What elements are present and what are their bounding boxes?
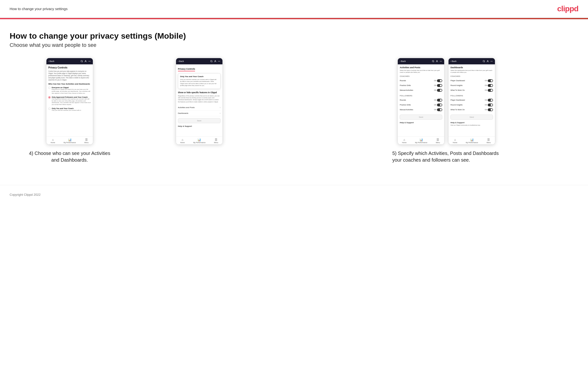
phone-body-4: Dashboards Select the dashboards that yo… xyxy=(449,64,495,136)
back-button-1[interactable]: ‹ Back xyxy=(48,60,54,62)
performance-icon: 📊 xyxy=(68,138,72,142)
toggle-rounds-coaches[interactable]: Rounds ON xyxy=(400,78,442,83)
person-icon-4[interactable] xyxy=(486,60,489,63)
toggle-switch-whattowork-coaches[interactable] xyxy=(488,89,493,92)
more-icon-3[interactable] xyxy=(439,60,442,63)
toggle-rounds-followers-switch[interactable]: ON xyxy=(434,99,442,102)
toggle-switch-rounds-coaches[interactable] xyxy=(437,79,442,82)
toggle-whattowork-followers-switch[interactable]: ON xyxy=(484,108,493,111)
home-icon-3: ⌂ xyxy=(404,138,405,142)
svg-point-10 xyxy=(220,61,220,61)
toggle-switch-playerdash-coaches[interactable] xyxy=(488,79,493,82)
screenshot-group-2: ‹ Back xyxy=(139,58,259,145)
radio-option-approved[interactable]: Only Approved Followers and Your Coach O… xyxy=(48,96,91,106)
footer-menu-2[interactable]: ☰ Menu xyxy=(214,138,218,143)
toggle-rounds-coaches-switch[interactable]: ON xyxy=(434,79,442,82)
manual-coaches-label: Manual Activities xyxy=(400,89,413,91)
help-support-3: Help & Support xyxy=(400,122,442,124)
more-icon[interactable] xyxy=(88,60,91,63)
footer-performance-2[interactable]: 📊 My Performance xyxy=(193,138,205,143)
menu-icon: ☰ xyxy=(85,138,88,142)
person-icon-3[interactable] xyxy=(435,60,438,63)
toggle-switch-practice-followers[interactable] xyxy=(437,103,442,106)
caption-4: 4) Choose who can see your Activities an… xyxy=(29,150,110,163)
search-icon-3[interactable] xyxy=(432,60,435,63)
back-button-2[interactable]: ‹ Back xyxy=(178,60,184,62)
save-button-3[interactable]: Save xyxy=(400,115,442,120)
person-icon[interactable] xyxy=(84,60,87,63)
toggle-practice-followers-switch[interactable]: ON xyxy=(434,103,442,106)
toggle-switch-practice-coaches[interactable] xyxy=(437,84,442,87)
footer-performance-3[interactable]: 📊 My Performance xyxy=(415,138,427,143)
toggle-roundinsights-followers[interactable]: Round Insights ON xyxy=(450,103,493,107)
svg-point-5 xyxy=(89,61,89,61)
privacy-tab-label[interactable]: Privacy Controls xyxy=(178,68,195,71)
toggle-playerdash-followers[interactable]: Player Dashboard ON xyxy=(450,98,493,103)
svg-point-6 xyxy=(210,60,212,62)
footer-home-1[interactable]: ⌂ Home xyxy=(51,138,55,143)
menu-activities[interactable]: Activities and Posts › xyxy=(178,105,221,110)
activities-title: Activities and Posts xyxy=(400,66,442,69)
search-icon[interactable] xyxy=(80,60,83,63)
toggle-manual-followers[interactable]: Manual Activities ON xyxy=(400,107,442,112)
footer-menu-4[interactable]: ☰ Menu xyxy=(486,138,491,143)
toggle-switch-manual-coaches[interactable] xyxy=(437,89,442,92)
menu-dashboards[interactable]: Dashboards › xyxy=(178,110,221,116)
toggle-switch-rounds-followers[interactable] xyxy=(437,99,442,102)
more-icon-2[interactable] xyxy=(218,60,221,63)
popup-title: Only You and Your Coach xyxy=(180,75,218,78)
toggle-whattowork-coaches[interactable]: What To Work On ON xyxy=(450,88,493,93)
toggle-playerdash-coaches[interactable]: Player Dashboard ON xyxy=(450,78,493,83)
toggle-switch-whattowork-followers[interactable] xyxy=(488,108,493,111)
popup-desc: Only you and the coaches you connect wit… xyxy=(180,79,218,87)
toggle-roundinsights-coaches-switch[interactable]: ON xyxy=(484,84,493,87)
toggle-playerdash-coaches-switch[interactable]: ON xyxy=(484,79,493,82)
toggle-switch-roundinsights-coaches[interactable] xyxy=(488,84,493,87)
radio-option-only-you[interactable]: Only You and Your Coach Only you and the… xyxy=(48,107,91,111)
toggle-switch-manual-followers[interactable] xyxy=(437,108,442,111)
toggle-rounds-followers[interactable]: Rounds ON xyxy=(400,98,442,103)
svg-point-8 xyxy=(215,60,216,61)
more-icon-4[interactable] xyxy=(490,60,493,63)
radio-desc-everyone: Everyone on Clippd can search for you an… xyxy=(52,89,91,94)
followers-section-header-4: FOLLOWERS xyxy=(450,95,493,97)
phone-mockup-1: ‹ Back xyxy=(46,58,93,145)
radio-desc-only-you: Only you and the coaches you connect wit… xyxy=(52,109,81,111)
toggle-practice-followers[interactable]: Practice Drills ON xyxy=(400,103,442,107)
back-button-4[interactable]: ‹ Back xyxy=(450,60,457,62)
radio-option-everyone[interactable]: Everyone on Clippd Everyone on Clippd ca… xyxy=(48,86,91,94)
footer-home-2[interactable]: ⌂ Home xyxy=(180,138,185,143)
toggle-manual-coaches-switch[interactable]: ON xyxy=(434,89,442,92)
roundinsights-coaches-label: Round Insights xyxy=(450,84,462,86)
toggle-manual-followers-switch[interactable]: ON xyxy=(434,108,442,111)
menu-activities-label: Activities and Posts xyxy=(178,106,195,108)
toggle-manual-coaches[interactable]: Manual Activities ON xyxy=(400,88,442,93)
toggle-whattowork-coaches-switch[interactable]: ON xyxy=(484,89,493,92)
footer-menu-1[interactable]: ☰ Menu xyxy=(84,138,89,143)
footer-menu-3[interactable]: ☰ Menu xyxy=(436,138,440,143)
search-icon-4[interactable] xyxy=(482,60,485,63)
save-button-4[interactable]: Save xyxy=(450,115,493,120)
footer-performance-1[interactable]: 📊 My Performance xyxy=(63,138,76,143)
toggle-playerdash-followers-switch[interactable]: ON xyxy=(484,99,493,102)
toggle-roundinsights-coaches[interactable]: Round Insights ON xyxy=(450,83,493,88)
toggle-switch-playerdash-followers[interactable] xyxy=(488,99,493,102)
footer-home-3[interactable]: ⌂ Home xyxy=(402,138,407,143)
svg-line-1 xyxy=(82,62,83,62)
footer-performance-4[interactable]: 📊 My Performance xyxy=(466,138,478,143)
chevron-left-icon-2: ‹ xyxy=(178,60,179,62)
practice-coaches-label: Practice Drills xyxy=(400,84,411,86)
svg-point-3 xyxy=(89,61,90,61)
toggle-practice-coaches-switch[interactable]: ON xyxy=(434,84,442,87)
search-icon-2[interactable] xyxy=(210,60,213,63)
toggle-switch-roundinsights-followers[interactable] xyxy=(488,103,493,106)
svg-point-17 xyxy=(440,61,440,61)
save-button-2[interactable]: Save xyxy=(178,118,221,123)
toggle-whattowork-followers[interactable]: What To Work On ON xyxy=(450,107,493,112)
back-button-3[interactable]: ‹ Back xyxy=(400,60,406,62)
toggle-practice-coaches[interactable]: Practice Drills ON xyxy=(400,83,442,88)
toggle-roundinsights-followers-switch[interactable]: ON xyxy=(484,103,493,106)
footer-home-4[interactable]: ⌂ Home xyxy=(453,138,458,143)
person-icon-2[interactable] xyxy=(214,60,217,63)
activities-desc: Select the types of activity that you'd … xyxy=(400,69,442,74)
